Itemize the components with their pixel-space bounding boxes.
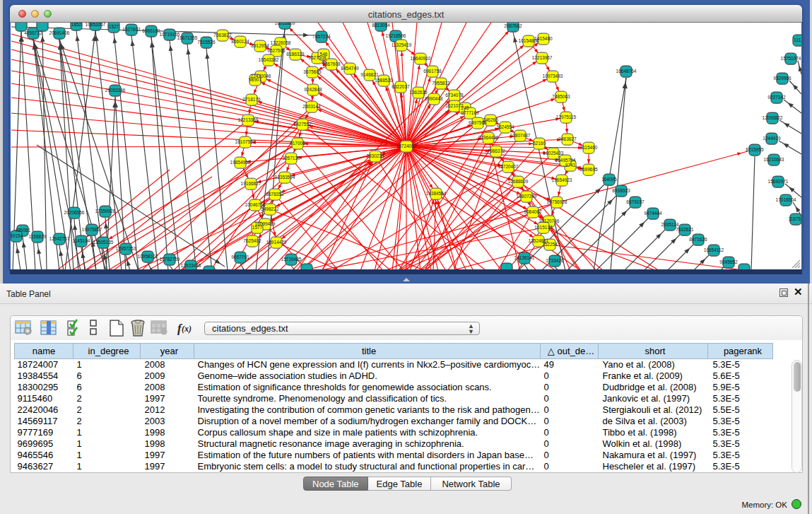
- svg-text:12942757: 12942757: [49, 236, 70, 241]
- svg-text:29053346: 29053346: [105, 88, 126, 93]
- svg-text:15751074: 15751074: [781, 56, 801, 61]
- svg-text:9146821: 9146821: [360, 72, 379, 77]
- svg-text:116753: 116753: [788, 216, 801, 221]
- svg-text:917006: 917006: [290, 141, 305, 146]
- svg-text:7857224: 7857224: [312, 34, 331, 39]
- svg-text:2803144: 2803144: [302, 104, 321, 109]
- svg-text:1112: 1112: [794, 37, 801, 42]
- svg-text:20206556: 20206556: [64, 210, 85, 215]
- svg-text:10025433: 10025433: [543, 151, 564, 156]
- svg-text:1577: 1577: [252, 225, 263, 230]
- svg-text:62160: 62160: [533, 141, 546, 146]
- svg-text:12093822: 12093822: [763, 115, 783, 120]
- svg-text:1362635: 1362635: [409, 90, 428, 95]
- svg-text:18724007: 18724007: [396, 144, 417, 148]
- svg-text:16053809: 16053809: [275, 23, 295, 25]
- svg-text:7632621: 7632621: [676, 227, 694, 232]
- svg-text:746266: 746266: [483, 117, 498, 122]
- svg-text:1733426: 1733426: [546, 258, 564, 263]
- svg-text:435081: 435081: [15, 228, 30, 233]
- svg-text:9474444: 9474444: [644, 211, 662, 216]
- svg-text:9527506: 9527506: [267, 48, 286, 53]
- svg-text:1615132: 1615132: [534, 225, 553, 230]
- svg-text:8813054: 8813054: [372, 23, 390, 28]
- svg-text:8938923: 8938923: [612, 188, 630, 193]
- svg-text:14136141: 14136141: [514, 255, 535, 260]
- svg-text:7986372: 7986372: [487, 148, 505, 153]
- svg-text:1415480: 1415480: [534, 36, 553, 41]
- svg-text:16640910: 16640910: [411, 56, 431, 61]
- svg-text:9115460: 9115460: [580, 145, 598, 150]
- svg-text:1852: 1852: [71, 23, 82, 27]
- svg-text:1244419: 1244419: [763, 136, 781, 141]
- svg-text:19218596: 19218596: [386, 33, 406, 38]
- svg-text:3675685: 3675685: [303, 69, 322, 74]
- svg-text:17957253: 17957253: [116, 246, 136, 251]
- svg-text:2718176: 2718176: [242, 97, 261, 102]
- svg-text:10120746: 10120746: [539, 218, 560, 223]
- svg-text:15716485: 15716485: [281, 257, 302, 262]
- svg-text:16914479: 16914479: [266, 240, 287, 245]
- svg-text:7515526: 7515526: [197, 40, 216, 45]
- svg-text:4055712: 4055712: [24, 30, 42, 35]
- svg-text:19166827: 19166827: [241, 181, 261, 186]
- svg-text:8990448: 8990448: [425, 96, 443, 101]
- svg-text:16671355: 16671355: [177, 35, 198, 40]
- svg-text:1527602: 1527602: [122, 27, 141, 32]
- svg-text:13226058: 13226058: [271, 40, 291, 45]
- svg-text:164095: 164095: [601, 177, 617, 182]
- svg-text:1527: 1527: [109, 24, 119, 29]
- svg-text:19654923: 19654923: [552, 177, 572, 182]
- svg-text:9329966: 9329966: [773, 76, 792, 81]
- svg-text:8186328: 8186328: [286, 52, 305, 57]
- svg-text:12213967: 12213967: [532, 55, 553, 60]
- svg-text:7663822: 7663822: [213, 33, 232, 37]
- svg-text:9227342: 9227342: [767, 95, 786, 100]
- svg-text:1145194: 1145194: [73, 238, 90, 243]
- svg-text:10853267: 10853267: [86, 23, 106, 27]
- svg-text:6879197: 6879197: [626, 199, 645, 204]
- svg-text:8660124: 8660124: [231, 39, 249, 44]
- svg-text:252254: 252254: [542, 242, 558, 247]
- svg-text:9741: 9741: [565, 163, 576, 168]
- svg-text:12213369: 12213369: [238, 117, 259, 122]
- svg-text:3267130: 3267130: [282, 156, 300, 160]
- svg-text:15720407: 15720407: [498, 164, 519, 169]
- svg-text:7625402: 7625402: [243, 238, 261, 243]
- svg-text:245: 245: [461, 105, 469, 110]
- svg-text:19756928: 19756928: [547, 199, 567, 204]
- svg-text:19854952: 19854952: [230, 160, 251, 165]
- svg-text:8322037: 8322037: [392, 84, 410, 89]
- svg-text:16495794: 16495794: [555, 158, 576, 163]
- svg-text:8678352: 8678352: [266, 192, 284, 197]
- svg-text:10807487: 10807487: [510, 133, 531, 138]
- svg-text:12505135: 12505135: [93, 240, 114, 245]
- svg-text:3624554: 3624554: [496, 124, 514, 129]
- svg-text:12975115: 12975115: [556, 115, 577, 119]
- svg-text:10654112: 10654112: [704, 247, 724, 252]
- svg-text:2867608: 2867608: [322, 62, 341, 66]
- svg-text:20364436: 20364436: [478, 135, 499, 140]
- svg-text:19384554: 19384554: [426, 191, 447, 196]
- svg-text:39154: 39154: [11, 233, 23, 238]
- svg-text:10973493: 10973493: [543, 74, 563, 78]
- svg-text:8699695: 8699695: [579, 167, 598, 172]
- svg-text:7485063: 7485063: [552, 94, 570, 99]
- svg-text:17016504: 17016504: [776, 197, 796, 202]
- svg-text:2935114: 2935114: [661, 222, 679, 227]
- svg-text:8471626: 8471626: [689, 237, 707, 242]
- svg-text:8215955: 8215955: [746, 147, 764, 152]
- svg-text:1588520: 1588520: [375, 78, 393, 83]
- svg-text:7955812: 7955812: [432, 81, 450, 86]
- svg-text:13353594: 13353594: [275, 175, 295, 180]
- svg-text:9245652: 9245652: [719, 259, 738, 264]
- svg-text:10958107: 10958107: [138, 254, 158, 259]
- svg-text:20691406: 20691406: [49, 30, 70, 35]
- svg-text:11325419: 11325419: [392, 42, 412, 47]
- svg-text:2087662: 2087662: [504, 23, 522, 28]
- svg-text:9463627: 9463627: [558, 136, 577, 141]
- svg-text:5498222: 5498222: [261, 206, 279, 211]
- svg-text:16107553: 16107553: [235, 139, 256, 144]
- svg-text:8427552: 8427552: [293, 122, 312, 127]
- svg-text:9777169: 9777169: [461, 110, 479, 115]
